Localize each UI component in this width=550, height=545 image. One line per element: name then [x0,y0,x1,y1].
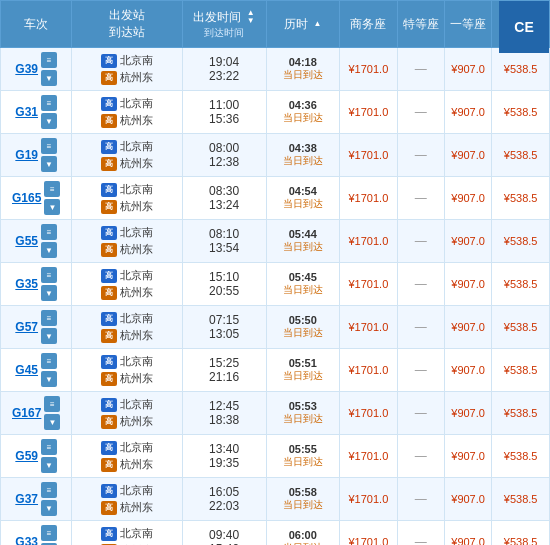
table-row: G37 ≡ ▼ 高 北京南 高 杭州东 16:05 22:03 05:58 当日 [1,478,550,521]
train-link[interactable]: G167 [12,406,41,420]
second-seat-cell[interactable]: ¥538.5 [492,48,550,91]
duration-time: 05:55 [271,443,335,455]
biz-seat-cell[interactable]: ¥1701.0 [340,349,398,392]
train-link[interactable]: G19 [15,148,38,162]
special-seat-cell: — [397,306,444,349]
duration-cell: 05:50 当日到达 [266,306,339,349]
second-seat-cell[interactable]: ¥538.5 [492,220,550,263]
second-seat-cell[interactable]: ¥538.5 [492,349,550,392]
duration-note: 当日到达 [271,240,335,254]
duration-info: 05:44 当日到达 [271,228,335,254]
col-header-time[interactable]: 出发时间 ▲ ▼ 到达时间 [182,1,266,48]
time-cell: 19:04 23:22 [182,48,266,91]
biz-seat-cell[interactable]: ¥1701.0 [340,392,398,435]
biz-seat-cell[interactable]: ¥1701.0 [340,435,398,478]
first-seat-cell[interactable]: ¥907.0 [444,263,491,306]
first-seat-cell[interactable]: ¥907.0 [444,306,491,349]
second-seat-cell[interactable]: ¥538.5 [492,177,550,220]
from-station-icon: 高 [101,226,117,240]
to-station-name: 杭州东 [120,242,153,257]
table-row: G35 ≡ ▼ 高 北京南 高 杭州东 15:10 20:55 05:45 当日 [1,263,550,306]
duration-note: 当日到达 [271,326,335,340]
train-icons: ≡ ▼ [44,396,60,430]
first-seat-cell[interactable]: ¥907.0 [444,349,491,392]
biz-seat-cell[interactable]: ¥1701.0 [340,478,398,521]
to-station-name: 杭州东 [120,371,153,386]
station-info: 高 北京南 高 杭州东 [76,52,177,86]
train-link[interactable]: G165 [12,191,41,205]
train-icon-1: ≡ [41,224,57,240]
biz-seat-cell[interactable]: ¥1701.0 [340,48,398,91]
train-link[interactable]: G33 [15,535,38,545]
biz-seat-cell[interactable]: ¥1701.0 [340,521,398,546]
dep-time: 09:40 [187,528,262,542]
train-link[interactable]: G57 [15,320,38,334]
train-link[interactable]: G37 [15,492,38,506]
train-icons: ≡ ▼ [41,138,57,172]
second-seat-cell[interactable]: ¥538.5 [492,134,550,177]
table-row: G31 ≡ ▼ 高 北京南 高 杭州东 11:00 15:36 04:36 当日 [1,91,550,134]
col-header-first: 一等座 [444,1,491,48]
biz-seat-cell[interactable]: ¥1701.0 [340,263,398,306]
duration-info: 04:36 当日到达 [271,99,335,125]
to-station-icon: 高 [101,114,117,128]
duration-time: 04:36 [271,99,335,111]
duration-note: 当日到达 [271,541,335,545]
col-duration-label: 历时 [284,17,308,31]
first-seat-cell[interactable]: ¥907.0 [444,521,491,546]
train-icons: ≡ ▼ [41,95,57,129]
train-icon-1: ≡ [41,138,57,154]
train-link[interactable]: G35 [15,277,38,291]
train-cell-inner: G55 ≡ ▼ [5,224,67,258]
station-info: 高 北京南 高 杭州东 [76,181,177,215]
to-station-name: 杭州东 [120,199,153,214]
duration-note: 当日到达 [271,455,335,469]
train-num-cell: G57 ≡ ▼ [1,306,72,349]
col-header-duration[interactable]: 历时 ▲ [266,1,339,48]
first-seat-cell[interactable]: ¥907.0 [444,91,491,134]
train-info: G57 [15,320,38,334]
train-icon-1: ≡ [41,353,57,369]
duration-cell: 05:44 当日到达 [266,220,339,263]
dep-time: 12:45 [187,399,262,413]
from-station-icon: 高 [101,183,117,197]
to-station-icon: 高 [101,71,117,85]
train-num-cell: G19 ≡ ▼ [1,134,72,177]
second-seat-cell[interactable]: ¥538.5 [492,392,550,435]
train-link[interactable]: G55 [15,234,38,248]
second-seat-cell[interactable]: ¥538.5 [492,521,550,546]
first-seat-cell[interactable]: ¥907.0 [444,392,491,435]
biz-seat-cell[interactable]: ¥1701.0 [340,220,398,263]
first-seat-cell[interactable]: ¥907.0 [444,478,491,521]
second-seat-cell[interactable]: ¥538.5 [492,435,550,478]
biz-seat-cell[interactable]: ¥1701.0 [340,177,398,220]
col-header-biz: 商务座 [340,1,398,48]
train-link[interactable]: G59 [15,449,38,463]
train-link[interactable]: G45 [15,363,38,377]
second-seat-cell[interactable]: ¥538.5 [492,91,550,134]
to-station-icon: 高 [101,458,117,472]
special-seat-cell: — [397,392,444,435]
second-seat-cell[interactable]: ¥538.5 [492,306,550,349]
dep-time: 15:25 [187,356,262,370]
to-station-icon: 高 [101,200,117,214]
train-num-cell: G45 ≡ ▼ [1,349,72,392]
first-seat-cell[interactable]: ¥907.0 [444,177,491,220]
first-seat-cell[interactable]: ¥907.0 [444,435,491,478]
train-link[interactable]: G31 [15,105,38,119]
to-station-row: 高 杭州东 [76,456,177,473]
biz-seat-cell[interactable]: ¥1701.0 [340,306,398,349]
train-cell-inner: G167 ≡ ▼ [5,396,67,430]
second-seat-cell[interactable]: ¥538.5 [492,478,550,521]
duration-time: 05:58 [271,486,335,498]
train-info: G39 [15,62,38,76]
biz-seat-cell[interactable]: ¥1701.0 [340,134,398,177]
biz-seat-cell[interactable]: ¥1701.0 [340,91,398,134]
train-link[interactable]: G39 [15,62,38,76]
second-seat-cell[interactable]: ¥538.5 [492,263,550,306]
first-seat-cell[interactable]: ¥907.0 [444,220,491,263]
first-seat-cell[interactable]: ¥907.0 [444,134,491,177]
dep-time: 13:40 [187,442,262,456]
train-icon-2: ▼ [41,457,57,473]
first-seat-cell[interactable]: ¥907.0 [444,48,491,91]
